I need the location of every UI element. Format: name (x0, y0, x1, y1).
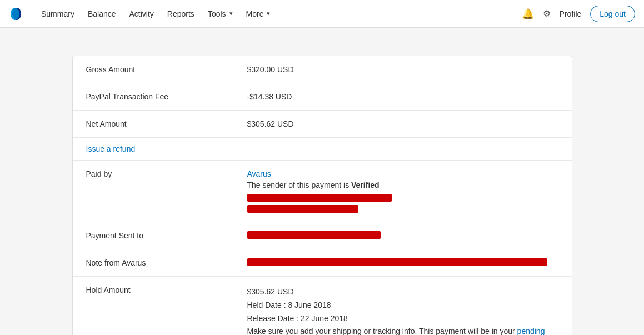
net-amount-value: $305.62 USD (247, 119, 558, 128)
payment-sent-to-row: Payment Sent to (73, 222, 572, 249)
nav-right: 🔔 ⚙ Profile Log out (522, 6, 635, 22)
navbar: Summary Balance Activity Reports Tools ▾… (0, 0, 644, 28)
fee-row: PayPal Transaction Fee -$14.38 USD (73, 83, 572, 111)
note-row: Note from Avarus (73, 249, 572, 277)
note-label: Note from Avarus (86, 258, 247, 267)
tools-chevron-icon: ▾ (229, 10, 233, 17)
nav-links: Summary Balance Activity Reports Tools ▾… (36, 6, 522, 22)
nav-more[interactable]: More ▾ (241, 6, 276, 22)
payment-sent-to-label: Payment Sent to (86, 231, 247, 240)
paypal-logo (9, 6, 24, 22)
nav-summary[interactable]: Summary (36, 6, 80, 22)
issue-refund-link[interactable]: Issue a refund (86, 144, 136, 153)
notifications-bell-icon[interactable]: 🔔 (522, 8, 534, 20)
paid-by-value: Avarus The sender of this payment is Ver… (247, 169, 558, 213)
redacted-note (247, 258, 547, 266)
release-date: Release Date : 22 June 2018 (247, 312, 558, 326)
more-chevron-icon: ▾ (267, 10, 270, 17)
hold-message: Make sure you add your shipping or track… (247, 325, 558, 335)
svg-point-3 (11, 8, 19, 20)
paid-by-label: Paid by (86, 169, 247, 178)
note-value (247, 258, 558, 266)
amount-section: Gross Amount $320.00 USD PayPal Transact… (73, 56, 572, 335)
logout-button[interactable]: Log out (590, 6, 635, 22)
gross-amount-row: Gross Amount $320.00 USD (73, 56, 572, 83)
hold-amount-row: Hold Amount $305.62 USD Held Date : 8 Ju… (73, 277, 572, 335)
net-amount-label: Net Amount (86, 119, 247, 128)
gross-amount-label: Gross Amount (86, 65, 247, 74)
nav-activity[interactable]: Activity (124, 6, 159, 22)
payer-name-link[interactable]: Avarus (247, 169, 558, 178)
profile-link[interactable]: Profile (560, 9, 582, 18)
settings-gear-icon[interactable]: ⚙ (543, 8, 551, 19)
hold-amount: $305.62 USD (247, 286, 558, 299)
hold-amount-label: Hold Amount (86, 286, 247, 294)
verified-badge: Verified (351, 181, 380, 189)
redacted-recipient (247, 231, 381, 239)
redacted-info-1 (247, 194, 392, 202)
hold-amount-value: $305.62 USD Held Date : 8 June 2018 Rele… (247, 286, 558, 335)
transaction-detail-panel: Gross Amount $320.00 USD PayPal Transact… (72, 56, 572, 335)
fee-value: -$14.38 USD (247, 92, 558, 101)
redacted-info-2 (247, 205, 358, 213)
paid-by-row: Paid by Avarus The sender of this paymen… (73, 161, 572, 222)
gross-amount-value: $320.00 USD (247, 65, 558, 74)
payment-sent-to-value (247, 231, 558, 239)
nav-balance[interactable]: Balance (82, 6, 122, 22)
verified-prefix: The sender of this payment is (247, 181, 352, 189)
held-date: Held Date : 8 June 2018 (247, 299, 558, 312)
nav-tools[interactable]: Tools ▾ (202, 6, 238, 22)
refund-row: Issue a refund (73, 138, 572, 161)
nav-reports[interactable]: Reports (162, 6, 200, 22)
net-amount-row: Net Amount $305.62 USD (73, 111, 572, 138)
fee-label: PayPal Transaction Fee (86, 92, 247, 101)
